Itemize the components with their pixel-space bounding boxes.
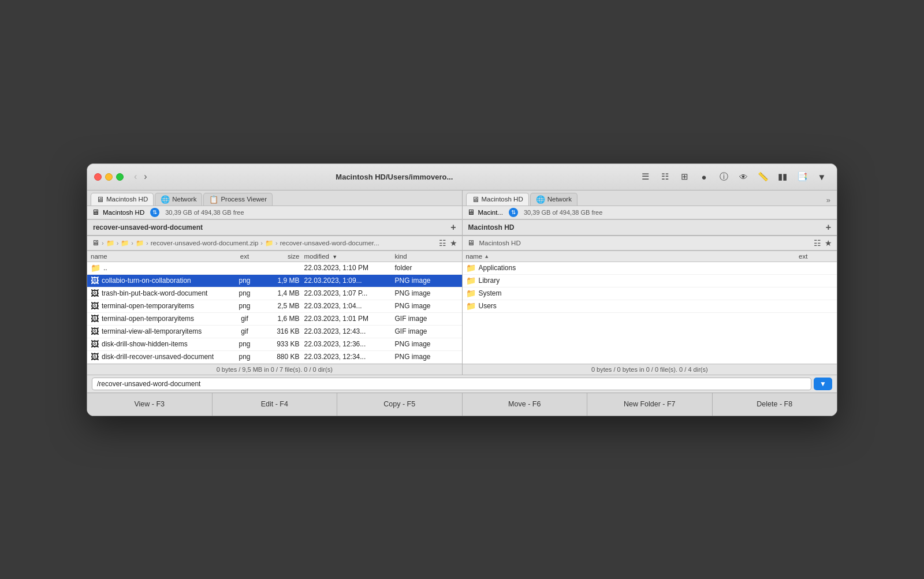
- left-disk-badge: ⇅: [150, 208, 159, 217]
- path-go-button[interactable]: ▼: [814, 378, 832, 390]
- copy-button[interactable]: Copy - F5: [337, 393, 463, 416]
- back-button[interactable]: ‹: [132, 170, 139, 183]
- edit-button[interactable]: Edit - F4: [213, 393, 338, 416]
- info-icon[interactable]: ⓘ: [716, 169, 732, 185]
- file-modified: 22.03.2023, 1:10 PM: [300, 264, 395, 272]
- file-ext: png: [230, 302, 259, 310]
- breadcrumb-folder-4[interactable]: 📁: [265, 239, 273, 247]
- detail-view-icon[interactable]: ☷: [657, 169, 673, 185]
- toggle-icon[interactable]: ●: [696, 169, 712, 185]
- right-tab-macintosh-hd[interactable]: 🖥 Macintosh HD: [466, 193, 529, 206]
- path-input[interactable]: [92, 378, 811, 390]
- forward-button[interactable]: ›: [141, 170, 149, 183]
- file-ext: png: [230, 340, 259, 348]
- file-icon: 🖼: [91, 276, 99, 285]
- left-free-space: 30,39 GB of 494,38 GB free: [165, 209, 244, 216]
- right-file-list: 📁Applications📁Library📁System📁Users: [463, 262, 837, 364]
- right-file-row[interactable]: 📁Users: [463, 300, 837, 313]
- left-file-row[interactable]: 📁..22.03.2023, 1:10 PMfolder: [87, 262, 462, 275]
- delete-button[interactable]: Delete - F8: [713, 393, 837, 416]
- right-file-row[interactable]: 📁Applications: [463, 262, 837, 275]
- file-icon: 🖼: [91, 327, 99, 336]
- sort-down-icon: ▼: [332, 254, 337, 260]
- left-file-row[interactable]: 🖼disk-drill-show-hidden-itemspng933 KB22…: [87, 338, 462, 351]
- breadcrumb-folder-1[interactable]: 📁: [106, 239, 114, 247]
- left-file-row[interactable]: 🖼disk-drill-recover-unsaved-documentpng8…: [87, 351, 462, 364]
- col-header-size[interactable]: size: [259, 253, 300, 260]
- view-button[interactable]: View - F3: [87, 393, 213, 416]
- right-free-space: 30,39 GB of 494,38 GB free: [524, 209, 602, 216]
- left-file-list: 📁..22.03.2023, 1:10 PMfolder🖼collabio-tu…: [87, 262, 462, 364]
- col-header-ext[interactable]: ext: [230, 253, 259, 260]
- bottom-toolbar: View - F3Edit - F4Copy - F5Move - F6New …: [87, 393, 837, 416]
- file-name: disk-drill-show-hidden-items: [102, 340, 230, 348]
- right-file-row[interactable]: 📁Library: [463, 275, 837, 287]
- left-panel-add[interactable]: +: [450, 222, 456, 233]
- right-star-icon[interactable]: ★: [825, 238, 832, 248]
- title-path: Macintosh HD/Users/immovero...: [157, 173, 632, 181]
- right-list-icon[interactable]: ☷: [814, 238, 821, 248]
- left-col-headers: name ext size modified ▼ kind: [87, 251, 462, 262]
- right-file-row[interactable]: 📁System: [463, 287, 837, 300]
- left-file-row[interactable]: 🖼terminal-open-temporaryitemspng2,5 MB22…: [87, 300, 462, 313]
- list-view-icon[interactable]: ☰: [637, 169, 653, 185]
- file-size: 316 KB: [259, 327, 300, 335]
- left-tab-label-1: Network: [172, 196, 196, 203]
- right-col-header-ext[interactable]: ext: [799, 253, 833, 260]
- left-file-row[interactable]: 🖼collabio-turn-on-collaborationpng1,9 MB…: [87, 275, 462, 287]
- right-network-icon: 🌐: [536, 195, 545, 204]
- file-ext: png: [230, 289, 259, 297]
- file-name: terminal-open-temporaryitems: [102, 315, 230, 323]
- file-name: terminal-open-temporaryitems: [102, 302, 230, 310]
- right-col-header-name[interactable]: name ▲: [466, 253, 799, 260]
- right-tab-more[interactable]: »: [824, 195, 833, 206]
- right-tab-label-0: Macintosh HD: [482, 196, 523, 203]
- left-file-row[interactable]: 🖼terminal-view-all-temporaryitemsgif316 …: [87, 326, 462, 338]
- grid-view-icon[interactable]: ⊞: [676, 169, 692, 185]
- maximize-button[interactable]: [116, 173, 124, 181]
- file-modified: 22.03.2023, 1:01 PM: [300, 315, 395, 323]
- left-tab-process-viewer[interactable]: 📋 Process Viewer: [203, 193, 273, 206]
- file-size: 1,4 MB: [259, 289, 300, 297]
- left-tab-label-2: Process Viewer: [221, 196, 267, 203]
- col-header-kind[interactable]: kind: [395, 253, 459, 260]
- breadcrumb-list-icon[interactable]: ☷: [439, 238, 446, 248]
- breadcrumb-icon-0: 🖥: [92, 238, 99, 247]
- close-button[interactable]: [94, 173, 102, 181]
- left-file-row[interactable]: 🖼terminal-open-temporaryitemsgif1,6 MB22…: [87, 313, 462, 326]
- col-header-modified[interactable]: modified ▼: [300, 253, 395, 260]
- folder-icon: 📁: [466, 263, 476, 272]
- right-tab-network[interactable]: 🌐 Network: [530, 193, 578, 206]
- file-ext: gif: [230, 327, 259, 335]
- left-file-row[interactable]: 🖼trash-bin-put-back-word-documentpng1,4 …: [87, 287, 462, 300]
- breadcrumb-folder-2[interactable]: 📁: [121, 239, 129, 247]
- barcode-icon[interactable]: ▮▮: [774, 169, 791, 185]
- file-icon: 🖼: [91, 289, 99, 298]
- right-disk-icon: 🖥: [467, 208, 475, 216]
- breadcrumb-star-icon[interactable]: ★: [450, 238, 457, 248]
- left-tab-network[interactable]: 🌐 Network: [155, 193, 202, 206]
- breadcrumb-zip[interactable]: recover-unsaved-word-document.zip: [151, 240, 259, 246]
- breadcrumb-folder-3[interactable]: 📁: [136, 239, 144, 247]
- file-name: Applications: [479, 264, 799, 272]
- eye-icon[interactable]: 👁: [735, 169, 751, 185]
- file-kind: PNG image: [395, 353, 459, 361]
- file-icon: 🖼: [91, 301, 99, 311]
- binoculars-icon[interactable]: 📏: [755, 169, 771, 185]
- right-breadcrumb-icon: 🖥: [467, 238, 475, 247]
- new-folder-button[interactable]: New Folder - F7: [587, 393, 713, 416]
- left-tab-macintosh-hd[interactable]: 🖥 Macintosh HD: [91, 193, 154, 206]
- right-disk-name: Macint...: [478, 209, 503, 216]
- right-panel-add[interactable]: +: [826, 222, 831, 233]
- left-disk-icon: 🖥: [92, 208, 99, 216]
- file-size: 933 KB: [259, 340, 300, 348]
- move-button[interactable]: Move - F6: [463, 393, 588, 416]
- process-icon: 📋: [209, 195, 218, 204]
- network-drive-icon[interactable]: 📑: [794, 169, 810, 185]
- minimize-button[interactable]: [105, 173, 113, 181]
- file-kind: GIF image: [395, 327, 459, 335]
- file-name: ..: [103, 264, 230, 272]
- download-icon[interactable]: ▼: [814, 169, 830, 185]
- col-header-name[interactable]: name: [91, 253, 230, 260]
- right-col-headers: name ▲ ext: [463, 251, 837, 262]
